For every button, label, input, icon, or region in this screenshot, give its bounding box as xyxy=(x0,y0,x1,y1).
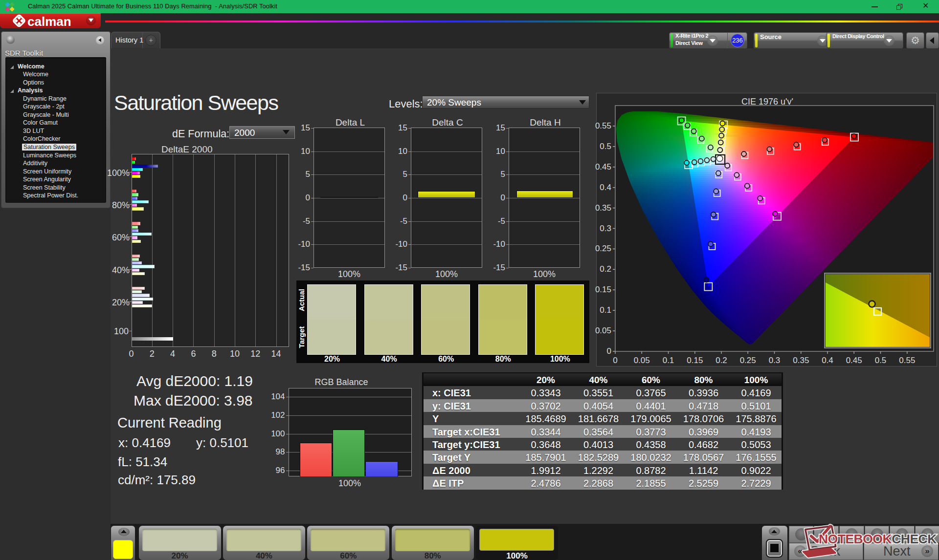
svg-text:NOTEBOOKCHECK: NOTEBOOKCHECK xyxy=(819,532,937,546)
